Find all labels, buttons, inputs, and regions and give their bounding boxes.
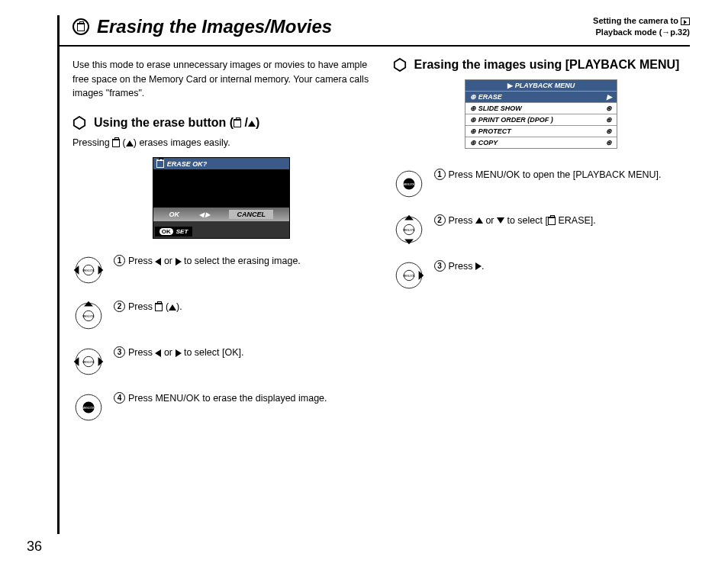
- header-right-note: Setting the camera to Playback mode (→p.…: [593, 15, 690, 39]
- left-column: Use this mode to erase unnecessary image…: [72, 58, 370, 437]
- dpad-center-icon: MENU/OK: [72, 391, 105, 423]
- hexagon-bullet-icon: [393, 58, 407, 72]
- step-content: Press or to select [ ERASE].: [449, 214, 596, 228]
- left-step-3: MENU/OK 3 Press or to select [OK].: [72, 346, 370, 378]
- step-content: Press .: [449, 259, 485, 274]
- right-step-1: MENU/OK 1 Press MENU/OK to open the [PLA…: [393, 168, 691, 200]
- svg-text:MENU/OK: MENU/OK: [82, 315, 95, 318]
- step-num: 3: [114, 346, 125, 358]
- dpad-horizontal-icon: MENU/OK: [72, 254, 105, 286]
- dpad-vertical-icon: MENU/OK: [393, 214, 425, 246]
- step-num: 3: [434, 260, 446, 272]
- playback-menu-screenshot: ▶ PLAYBACK MENU ⊕ ERASE▶ ⊕ SLIDE SHOW⊛ ⊕…: [465, 79, 617, 149]
- left-step-2: MENU/OK 2 Press ().: [72, 300, 370, 332]
- step-content: Press MENU/OK to erase the displayed ima…: [128, 391, 327, 406]
- menu-row-slideshow: ⊕ SLIDE SHOW⊛: [465, 102, 617, 114]
- left-step-4: MENU/OK 4 Press MENU/OK to erase the dis…: [72, 391, 370, 423]
- erase-confirm-screenshot: ERASE OK? OK ◀ ▶ CANCEL OKSET: [153, 157, 290, 239]
- left-sub-prefix: Pressing: [72, 137, 112, 148]
- trash-circle-icon: [72, 18, 89, 35]
- up-triangle-icon: [169, 304, 176, 311]
- trash-icon: [155, 303, 163, 311]
- right-triangle-icon: [176, 349, 182, 357]
- header-right-line2: Playback mode (→p.32): [593, 27, 690, 38]
- step-num: 1: [434, 169, 446, 180]
- up-triangle-icon: [248, 121, 256, 127]
- right-column: Erasing the images using [PLAYBACK MENU]…: [393, 58, 691, 437]
- trash-icon: [112, 139, 120, 147]
- right-triangle-icon: [475, 262, 482, 270]
- up-triangle-icon: [126, 140, 134, 146]
- right-step-2: MENU/OK 2 Press or to select [ ERASE].: [393, 214, 691, 246]
- page-title: Erasing the Images/Movies: [97, 16, 332, 37]
- left-step-1: MENU/OK 1 Press or to select the erasing…: [72, 254, 370, 286]
- menu-row-copy: ⊕ COPY⊛: [465, 137, 617, 148]
- menu-row-protect: ⊕ PROTECT⊛: [465, 125, 617, 137]
- right-step-3: MENU/OK 3 Press .: [393, 259, 691, 291]
- svg-text:MENU/OK: MENU/OK: [82, 269, 95, 272]
- svg-text:MENU/OK: MENU/OK: [403, 182, 415, 185]
- svg-text:MENU/OK: MENU/OK: [403, 274, 415, 277]
- down-triangle-icon: [497, 217, 504, 224]
- dpad-horizontal-icon: MENU/OK: [72, 346, 105, 378]
- left-title-prefix: Using the erase button (: [94, 116, 234, 129]
- header-right-line1: Setting the camera to: [593, 16, 681, 25]
- vertical-rule: [57, 15, 60, 534]
- step-num: 4: [114, 392, 125, 404]
- menu-header-label: PLAYBACK MENU: [515, 82, 575, 89]
- step-num: 1: [114, 255, 125, 266]
- right-section-header: Erasing the images using [PLAYBACK MENU]: [393, 58, 691, 72]
- right-triangle-icon: [176, 258, 182, 265]
- left-subtext: Pressing () erases images easily.: [72, 137, 370, 148]
- svg-text:MENU/OK: MENU/OK: [82, 361, 95, 364]
- left-section-title: Using the erase button ( /): [94, 116, 259, 130]
- left-title-suffix: ): [256, 116, 259, 129]
- dpad-right-icon: MENU/OK: [393, 259, 425, 291]
- left-sub-suffix: ) erases images easily.: [134, 137, 230, 148]
- trash-icon: [548, 217, 556, 225]
- ss-top-bar-text: ERASE OK?: [167, 160, 208, 168]
- svg-marker-18: [394, 59, 404, 71]
- dpad-center-icon: MENU/OK: [393, 168, 425, 200]
- menu-row-erase: ⊕ ERASE▶: [465, 91, 617, 102]
- step-content: Press ().: [128, 300, 182, 314]
- playback-icon: [681, 18, 690, 25]
- trash-icon: [234, 119, 241, 127]
- step-content: Press or to select [OK].: [128, 346, 243, 360]
- ss-cancel-label: CANCEL: [229, 210, 273, 219]
- svg-text:MENU/OK: MENU/OK: [82, 407, 95, 410]
- step-content: Press MENU/OK to open the [PLAYBACK MENU…: [449, 168, 662, 182]
- svg-text:MENU/OK: MENU/OK: [403, 228, 415, 231]
- svg-marker-0: [74, 117, 85, 129]
- left-section-header: Using the erase button ( /): [72, 116, 370, 130]
- step-num: 2: [114, 301, 125, 312]
- step-num: 2: [434, 214, 446, 226]
- trash-icon: [156, 159, 164, 168]
- dpad-up-icon: MENU/OK: [72, 300, 105, 332]
- hexagon-bullet-icon: [72, 116, 86, 130]
- ss-ok-label: OK: [169, 211, 180, 218]
- page-number: 36: [27, 539, 42, 555]
- up-triangle-icon: [475, 217, 483, 224]
- menu-row-dpof: ⊕ PRINT ORDER (DPOF )⊛: [465, 114, 617, 125]
- page-header: Erasing the Images/Movies Setting the ca…: [57, 15, 690, 47]
- intro-text: Use this mode to erase unnecessary image…: [72, 58, 370, 101]
- step-content: Press or to select the erasing image.: [128, 254, 301, 269]
- ss-set-label: SET: [176, 228, 188, 235]
- right-section-title: Erasing the images using [PLAYBACK MENU]: [414, 58, 680, 72]
